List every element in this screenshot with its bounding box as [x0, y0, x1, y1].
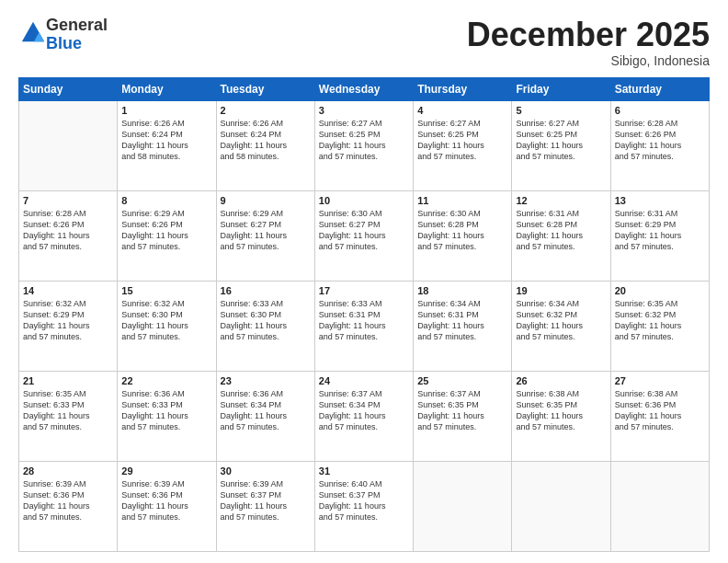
day-info: Sunrise: 6:36 AM Sunset: 6:34 PM Dayligh… [221, 388, 311, 433]
day-info: Sunrise: 6:38 AM Sunset: 6:35 PM Dayligh… [516, 388, 606, 433]
table-row: 25Sunrise: 6:37 AM Sunset: 6:35 PM Dayli… [414, 371, 512, 461]
day-number: 9 [221, 195, 311, 206]
logo-general-text: General [46, 16, 108, 34]
table-row [610, 461, 709, 551]
table-row: 31Sunrise: 6:40 AM Sunset: 6:37 PM Dayli… [314, 461, 413, 551]
weekday-header-row: Sunday Monday Tuesday Wednesday Thursday… [19, 77, 710, 100]
day-number: 17 [319, 285, 409, 296]
day-info: Sunrise: 6:27 AM Sunset: 6:25 PM Dayligh… [319, 118, 409, 163]
table-row: 3Sunrise: 6:27 AM Sunset: 6:25 PM Daylig… [314, 100, 413, 190]
day-info: Sunrise: 6:26 AM Sunset: 6:24 PM Dayligh… [121, 118, 211, 163]
calendar-table: Sunday Monday Tuesday Wednesday Thursday… [18, 77, 710, 552]
table-row: 13Sunrise: 6:31 AM Sunset: 6:29 PM Dayli… [610, 190, 709, 281]
day-info: Sunrise: 6:37 AM Sunset: 6:35 PM Dayligh… [417, 388, 507, 433]
table-row: 27Sunrise: 6:38 AM Sunset: 6:36 PM Dayli… [610, 371, 709, 461]
day-info: Sunrise: 6:31 AM Sunset: 6:29 PM Dayligh… [615, 208, 705, 253]
day-number: 19 [516, 285, 606, 296]
header-friday: Friday [512, 77, 610, 100]
table-row: 15Sunrise: 6:32 AM Sunset: 6:30 PM Dayli… [118, 281, 216, 371]
day-info: Sunrise: 6:32 AM Sunset: 6:29 PM Dayligh… [23, 298, 113, 343]
day-info: Sunrise: 6:38 AM Sunset: 6:36 PM Dayligh… [615, 388, 705, 433]
table-row: 4Sunrise: 6:27 AM Sunset: 6:25 PM Daylig… [414, 100, 512, 190]
day-info: Sunrise: 6:31 AM Sunset: 6:28 PM Dayligh… [516, 208, 606, 253]
table-row: 17Sunrise: 6:33 AM Sunset: 6:31 PM Dayli… [314, 281, 413, 371]
day-number: 3 [319, 105, 409, 116]
day-info: Sunrise: 6:30 AM Sunset: 6:27 PM Dayligh… [319, 208, 409, 253]
table-row: 12Sunrise: 6:31 AM Sunset: 6:28 PM Dayli… [512, 190, 610, 281]
day-info: Sunrise: 6:26 AM Sunset: 6:24 PM Dayligh… [221, 118, 311, 163]
header-monday: Monday [118, 77, 216, 100]
table-row: 9Sunrise: 6:29 AM Sunset: 6:27 PM Daylig… [216, 190, 314, 281]
day-info: Sunrise: 6:39 AM Sunset: 6:37 PM Dayligh… [221, 478, 311, 523]
day-number: 21 [23, 375, 113, 386]
day-number: 24 [319, 375, 409, 386]
day-info: Sunrise: 6:36 AM Sunset: 6:33 PM Dayligh… [121, 388, 211, 433]
day-info: Sunrise: 6:40 AM Sunset: 6:37 PM Dayligh… [319, 478, 409, 523]
day-number: 12 [516, 195, 606, 206]
table-row [19, 100, 118, 190]
day-number: 18 [417, 285, 507, 296]
day-info: Sunrise: 6:33 AM Sunset: 6:30 PM Dayligh… [221, 298, 311, 343]
day-info: Sunrise: 6:35 AM Sunset: 6:32 PM Dayligh… [615, 298, 705, 343]
day-info: Sunrise: 6:29 AM Sunset: 6:27 PM Dayligh… [221, 208, 311, 253]
day-info: Sunrise: 6:28 AM Sunset: 6:26 PM Dayligh… [615, 118, 705, 163]
day-number: 10 [319, 195, 409, 206]
table-row: 18Sunrise: 6:34 AM Sunset: 6:31 PM Dayli… [414, 281, 512, 371]
day-info: Sunrise: 6:34 AM Sunset: 6:31 PM Dayligh… [417, 298, 507, 343]
page: General Blue December 2025 Sibigo, Indon… [0, 0, 728, 563]
table-row: 26Sunrise: 6:38 AM Sunset: 6:35 PM Dayli… [512, 371, 610, 461]
logo-blue-text: Blue [46, 34, 82, 52]
table-row: 1Sunrise: 6:26 AM Sunset: 6:24 PM Daylig… [118, 100, 216, 190]
table-row: 7Sunrise: 6:28 AM Sunset: 6:26 PM Daylig… [19, 190, 118, 281]
day-number: 30 [221, 465, 311, 477]
day-number: 27 [615, 375, 705, 386]
logo: General Blue [18, 17, 108, 53]
table-row: 22Sunrise: 6:36 AM Sunset: 6:33 PM Dayli… [118, 371, 216, 461]
table-row [512, 461, 610, 551]
header-saturday: Saturday [610, 77, 709, 100]
day-number: 31 [319, 465, 409, 477]
day-info: Sunrise: 6:39 AM Sunset: 6:36 PM Dayligh… [121, 478, 211, 523]
day-info: Sunrise: 6:35 AM Sunset: 6:33 PM Dayligh… [23, 388, 113, 433]
day-number: 4 [417, 105, 507, 116]
header-thursday: Thursday [414, 77, 512, 100]
calendar-week-row: 14Sunrise: 6:32 AM Sunset: 6:29 PM Dayli… [19, 281, 710, 371]
day-number: 15 [121, 285, 211, 296]
table-row: 23Sunrise: 6:36 AM Sunset: 6:34 PM Dayli… [216, 371, 314, 461]
day-number: 20 [615, 285, 705, 296]
table-row: 14Sunrise: 6:32 AM Sunset: 6:29 PM Dayli… [19, 281, 118, 371]
day-number: 26 [516, 375, 606, 386]
table-row: 6Sunrise: 6:28 AM Sunset: 6:26 PM Daylig… [610, 100, 709, 190]
day-info: Sunrise: 6:28 AM Sunset: 6:26 PM Dayligh… [23, 208, 113, 253]
day-number: 7 [23, 195, 113, 206]
day-info: Sunrise: 6:29 AM Sunset: 6:26 PM Dayligh… [121, 208, 211, 253]
location-subtitle: Sibigo, Indonesia [467, 53, 710, 68]
header: General Blue December 2025 Sibigo, Indon… [18, 17, 710, 68]
day-number: 11 [417, 195, 507, 206]
table-row: 24Sunrise: 6:37 AM Sunset: 6:34 PM Dayli… [314, 371, 413, 461]
day-number: 29 [121, 465, 211, 477]
day-number: 14 [23, 285, 113, 296]
day-number: 28 [23, 465, 113, 477]
day-info: Sunrise: 6:32 AM Sunset: 6:30 PM Dayligh… [121, 298, 211, 343]
day-info: Sunrise: 6:39 AM Sunset: 6:36 PM Dayligh… [23, 478, 113, 523]
day-number: 6 [615, 105, 705, 116]
day-number: 13 [615, 195, 705, 206]
table-row: 5Sunrise: 6:27 AM Sunset: 6:25 PM Daylig… [512, 100, 610, 190]
day-number: 2 [221, 105, 311, 116]
title-block: December 2025 Sibigo, Indonesia [467, 17, 710, 68]
table-row: 20Sunrise: 6:35 AM Sunset: 6:32 PM Dayli… [610, 281, 709, 371]
header-tuesday: Tuesday [216, 77, 314, 100]
month-title: December 2025 [467, 17, 710, 53]
day-number: 1 [121, 105, 211, 116]
day-info: Sunrise: 6:27 AM Sunset: 6:25 PM Dayligh… [516, 118, 606, 163]
table-row: 11Sunrise: 6:30 AM Sunset: 6:28 PM Dayli… [414, 190, 512, 281]
table-row: 8Sunrise: 6:29 AM Sunset: 6:26 PM Daylig… [118, 190, 216, 281]
table-row: 21Sunrise: 6:35 AM Sunset: 6:33 PM Dayli… [19, 371, 118, 461]
day-info: Sunrise: 6:27 AM Sunset: 6:25 PM Dayligh… [417, 118, 507, 163]
day-info: Sunrise: 6:37 AM Sunset: 6:34 PM Dayligh… [319, 388, 409, 433]
day-info: Sunrise: 6:34 AM Sunset: 6:32 PM Dayligh… [516, 298, 606, 343]
table-row [414, 461, 512, 551]
day-info: Sunrise: 6:30 AM Sunset: 6:28 PM Dayligh… [417, 208, 507, 253]
table-row: 16Sunrise: 6:33 AM Sunset: 6:30 PM Dayli… [216, 281, 314, 371]
